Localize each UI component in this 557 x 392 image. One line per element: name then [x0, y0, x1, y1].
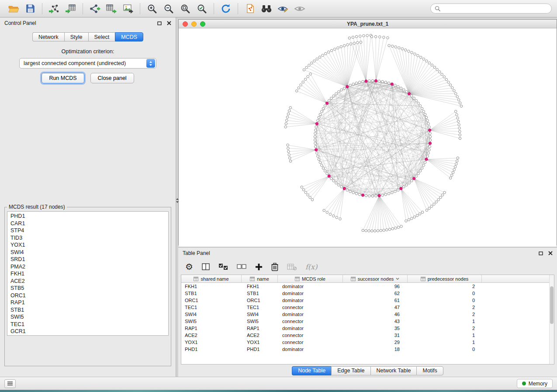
- export-network-icon: [89, 3, 100, 14]
- mcds-result-item[interactable]: TID3: [7, 234, 168, 242]
- panel-splitter-vertical[interactable]: [176, 17, 178, 377]
- search-input[interactable]: [443, 5, 547, 12]
- tab-network-table[interactable]: Network Table: [370, 366, 417, 375]
- mcds-result-item[interactable]: GCR1: [7, 328, 168, 335]
- table-row[interactable]: TEC1TEC1connector472: [181, 304, 554, 311]
- tab-select[interactable]: Select: [88, 32, 115, 41]
- column-header-name[interactable]: name: [242, 275, 278, 282]
- mcds-result-item[interactable]: PMA2: [7, 263, 168, 271]
- open-session-button[interactable]: [5, 2, 22, 16]
- mcds-result-item[interactable]: ORC1: [7, 292, 168, 299]
- column-type-icon: [421, 277, 426, 281]
- mcds-result-item[interactable]: TEC1: [7, 321, 168, 328]
- add-column-icon[interactable]: [255, 263, 263, 271]
- column-header-successor-nodes[interactable]: successor nodes: [343, 275, 408, 282]
- mcds-result-title: MCDS result (17 nodes): [7, 204, 67, 210]
- splitter-collapse-icon[interactable]: [176, 196, 178, 205]
- export-image-button[interactable]: [120, 2, 136, 16]
- mcds-result-item[interactable]: RAP1: [7, 299, 168, 306]
- network-canvas[interactable]: [179, 28, 557, 245]
- tab-style[interactable]: Style: [64, 32, 88, 41]
- copy-network-button[interactable]: [242, 2, 258, 16]
- import-network-button[interactable]: [46, 2, 62, 16]
- close-window-icon[interactable]: [183, 21, 188, 27]
- maximize-window-icon[interactable]: [200, 21, 205, 27]
- import-table-button[interactable]: [62, 2, 79, 16]
- refresh-button[interactable]: [218, 2, 234, 16]
- network-window-titlebar[interactable]: YPA_prune.txt_1: [179, 20, 557, 28]
- table-row[interactable]: YOX1YOX1connector291: [181, 339, 554, 346]
- tab-edge-table[interactable]: Edge Table: [331, 366, 370, 375]
- mcds-result-item[interactable]: ACE2: [7, 278, 168, 285]
- tab-network[interactable]: Network: [32, 32, 64, 41]
- close-panel-icon[interactable]: [548, 251, 553, 255]
- column-header-MCDS-role[interactable]: MCDS role: [278, 275, 343, 282]
- table-row[interactable]: STB1STB1dominator620: [181, 290, 554, 297]
- scrollbar-thumb[interactable]: [550, 286, 554, 324]
- mcds-result-item[interactable]: FKH1: [7, 270, 168, 278]
- function-builder-fx-icon: f(x): [305, 263, 317, 271]
- float-panel-icon[interactable]: [157, 21, 162, 25]
- mcds-result-item[interactable]: STP4: [7, 227, 168, 234]
- table-panel-title: Table Panel: [183, 250, 210, 256]
- memory-button[interactable]: Memory: [517, 379, 553, 388]
- zoom-out-button[interactable]: [160, 2, 177, 16]
- optimization-criterion-select[interactable]: largest connected component (undirected): [19, 58, 156, 69]
- table-row[interactable]: ACE2ACE2connector311: [181, 332, 554, 339]
- table-cell: FKH1: [181, 283, 242, 290]
- table-row[interactable]: SWI5SWI5connector431: [181, 318, 554, 325]
- close-panel-button[interactable]: Close panel: [90, 73, 134, 83]
- float-panel-icon[interactable]: [539, 251, 543, 255]
- export-network-button[interactable]: [86, 2, 103, 16]
- zoom-selected-button[interactable]: [194, 2, 210, 16]
- table-row[interactable]: RAP1RAP1dominator352: [181, 325, 554, 332]
- mcds-result-item[interactable]: YOX1: [7, 241, 168, 249]
- zoom-fit-button[interactable]: [177, 2, 194, 16]
- mcds-result-item[interactable]: CAR1: [7, 220, 168, 227]
- zoom-out-icon: [163, 3, 174, 14]
- table-scrollbar[interactable]: [549, 275, 554, 364]
- minimize-window-icon[interactable]: [191, 21, 197, 27]
- save-session-button[interactable]: [22, 2, 38, 16]
- delete-column-trash-icon[interactable]: [271, 263, 278, 271]
- table-row[interactable]: SWI4SWI4dominator462: [181, 311, 554, 318]
- hide-graphics-details-button[interactable]: [291, 2, 308, 16]
- close-panel-icon[interactable]: [167, 21, 171, 25]
- table-settings-gear-icon[interactable]: ⚙: [185, 262, 193, 271]
- mcds-result-item[interactable]: STB1: [7, 306, 168, 314]
- table-row[interactable]: ORC1ORC1dominator610: [181, 297, 554, 304]
- table-cell: RAP1: [242, 325, 278, 332]
- toolbar-search[interactable]: [430, 3, 552, 14]
- deselect-all-icon[interactable]: [237, 264, 246, 270]
- export-table-button[interactable]: [103, 2, 120, 16]
- tab-motifs[interactable]: Motifs: [416, 366, 443, 375]
- show-graphics-details-button[interactable]: [275, 2, 291, 16]
- mcds-result-item[interactable]: STB5: [7, 285, 168, 292]
- network-window: YPA_prune.txt_1: [178, 19, 557, 245]
- table-cell: 43: [343, 318, 408, 325]
- tab-node-table[interactable]: Node Table: [292, 366, 331, 375]
- export-table-icon: [106, 3, 117, 14]
- zoom-in-button[interactable]: [144, 2, 160, 16]
- table-row[interactable]: FKH1FKH1dominator962: [181, 283, 554, 290]
- mcds-result-item[interactable]: SWI4: [7, 249, 168, 256]
- run-mcds-button[interactable]: Run MCDS: [42, 73, 84, 83]
- table-row[interactable]: PHD1PHD1dominator180: [181, 346, 554, 353]
- mcds-result-list[interactable]: PHD1CAR1STP4TID3YOX1SWI4SRD1PMA2FKH1ACE2…: [7, 211, 169, 336]
- column-header-predecessor-nodes[interactable]: predecessor nodes: [408, 275, 482, 282]
- tab-mcds[interactable]: MCDS: [115, 32, 143, 41]
- task-history-button[interactable]: [4, 379, 16, 388]
- table-header-row: shared namenameMCDS rolesuccessor nodesp…: [181, 275, 554, 283]
- delete-table-disabled-icon: [287, 263, 297, 270]
- table-cell: 0: [408, 297, 482, 304]
- mcds-result-item[interactable]: SWI5: [7, 313, 168, 321]
- save-session-icon: [25, 3, 35, 14]
- mcds-result-group: MCDS result (17 nodes) PHD1CAR1STP4TID3Y…: [4, 204, 171, 366]
- show-columns-icon[interactable]: [202, 263, 210, 270]
- refresh-icon: [220, 3, 232, 14]
- find-button[interactable]: [258, 2, 275, 16]
- select-all-icon[interactable]: [218, 263, 228, 270]
- mcds-result-item[interactable]: SRD1: [7, 256, 168, 263]
- column-header-shared-name[interactable]: shared name: [181, 275, 242, 282]
- mcds-result-item[interactable]: PHD1: [7, 213, 168, 220]
